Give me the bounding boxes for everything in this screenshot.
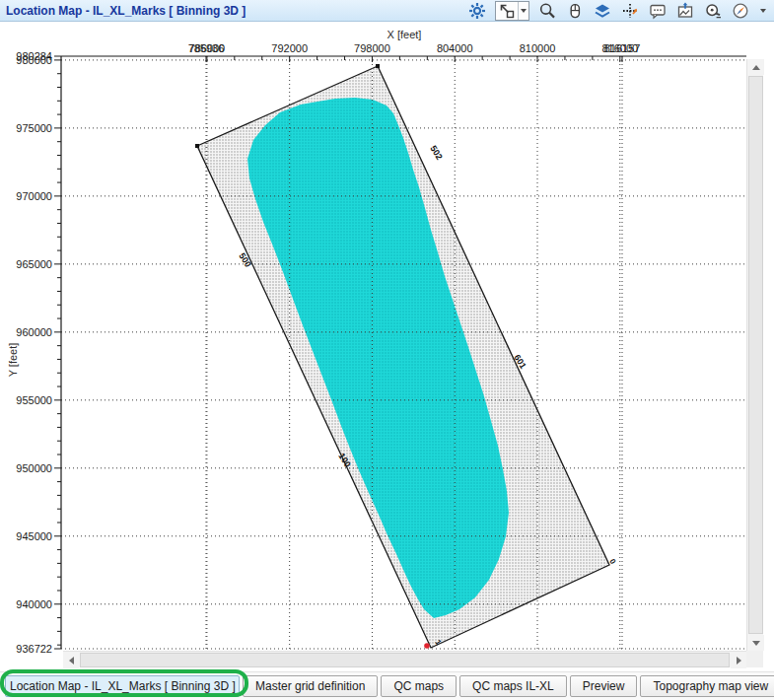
y-tick-label: 960000 (16, 326, 52, 338)
x-tick-label: 810000 (520, 42, 556, 54)
tab-4[interactable]: Preview (570, 675, 638, 697)
pick-position-icon[interactable] (620, 1, 640, 21)
y-tick-label: 945000 (16, 530, 52, 542)
x-axis-title: X [feet] (387, 29, 422, 40)
data-coverage-area (247, 98, 509, 618)
scrollbar-corner (746, 651, 763, 667)
tab-5[interactable]: Topography map view (640, 675, 774, 697)
titlebar: Location Map - IL_XL_Marks [ Binning 3D … (0, 0, 774, 22)
application-window: 7859367860007920007980008040008100008160… (0, 0, 774, 700)
y-tick-label: 936722 (16, 643, 52, 655)
chevron-down-icon (521, 9, 527, 13)
y-tick-label: 965000 (16, 258, 52, 270)
y-tick-label: 950000 (16, 462, 52, 474)
corner-mark (376, 64, 380, 68)
export-image-icon[interactable] (675, 1, 695, 21)
compass-icon[interactable] (731, 1, 750, 21)
x-tick-label: 792000 (271, 42, 308, 54)
vertical-scrollbar[interactable] (746, 59, 763, 651)
measure-icon[interactable] (703, 1, 723, 21)
window-title: Location Map - IL_XL_Marks [ Binning 3D … (0, 4, 246, 18)
tab-2[interactable]: QC maps (381, 675, 457, 697)
tab-label: QC maps (393, 679, 444, 693)
y-tick-label: 970000 (16, 190, 52, 202)
horizontal-scrollbar[interactable] (63, 651, 746, 667)
tab-label: Location Map - IL_XL_Marks [ Binning 3D … (10, 679, 236, 693)
chevron-down-icon (760, 9, 766, 13)
x-tick-label: 804000 (437, 42, 473, 54)
tab-label: QC maps IL-XL (472, 679, 554, 693)
zoom-magnifier-icon[interactable] (537, 1, 557, 21)
horizontal-scrollbar-thumb[interactable] (80, 653, 730, 667)
y-tick-label: 980000 (16, 54, 52, 66)
y-axis-title: Y [feet] (7, 343, 19, 378)
y-tick-label: 940000 (16, 598, 52, 610)
corner-mark (195, 144, 199, 148)
survey-outline (197, 66, 609, 648)
outline-label-502: 502 (428, 144, 444, 162)
tab-label: Preview (583, 679, 625, 693)
x-tick-label: 798000 (354, 42, 390, 54)
fit-to-window-button-group (495, 1, 529, 21)
scroll-up-button[interactable] (747, 59, 764, 75)
tab-bar: Location Map - IL_XL_Marks [ Binning 3D … (5, 675, 774, 697)
x-tick-label: 786000 (189, 42, 226, 54)
settings-gear-icon[interactable] (467, 1, 487, 21)
scroll-left-button[interactable] (63, 652, 79, 668)
layers-icon[interactable] (593, 1, 612, 21)
tab-label: Topography map view (653, 679, 768, 693)
fit-to-window-dropdown[interactable] (518, 2, 528, 20)
tab-strip: Location Map - IL_XL_Marks [ Binning 3D … (0, 671, 774, 700)
tab-label: Master grid definition (255, 679, 365, 693)
y-tick-label: 975000 (16, 122, 52, 134)
origin-marker (424, 643, 430, 649)
tab-1[interactable]: Master grid definition (243, 675, 378, 697)
fit-to-window-icon[interactable] (496, 2, 518, 20)
scroll-down-button[interactable] (747, 635, 764, 651)
x-tick-label: 816157 (604, 42, 641, 54)
mouse-mode-icon[interactable] (565, 1, 585, 21)
toolbar (467, 0, 768, 22)
scroll-right-button[interactable] (731, 652, 746, 668)
tab-3[interactable]: QC maps IL-XL (459, 675, 567, 697)
vertical-scrollbar-thumb[interactable] (748, 76, 763, 634)
compass-dropdown[interactable] (758, 1, 768, 21)
location-map-plot[interactable]: 7859367860007920007980008040008100008160… (0, 0, 774, 700)
y-tick-label: 955000 (16, 394, 52, 406)
tab-0[interactable]: Location Map - IL_XL_Marks [ Binning 3D … (5, 675, 240, 697)
comment-icon[interactable] (648, 1, 668, 21)
